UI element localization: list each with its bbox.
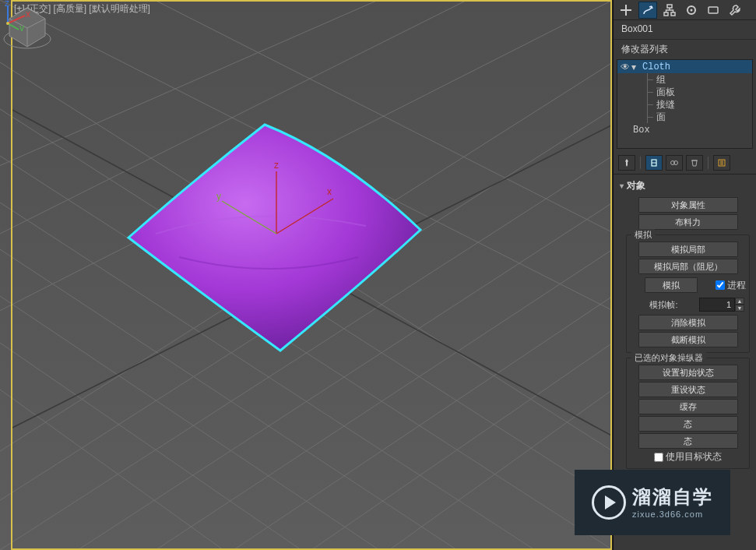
svg-point-39 [6, 22, 9, 25]
display-tab-icon[interactable] [704, 2, 723, 19]
make-unique-icon[interactable] [666, 155, 683, 171]
panel-tab-toolbar [614, 0, 756, 20]
watermark-en: zixue.3d66.com [632, 509, 713, 520]
simframe-label: 模拟帧: [631, 299, 696, 311]
modifier-row-cloth[interactable]: 👁 ▾ Cloth [617, 60, 752, 73]
motion-tab-icon[interactable] [682, 2, 701, 19]
state-a-button[interactable]: 态 [638, 416, 738, 432]
axis-gizmo: z x y [0, 0, 31, 31]
collapse-icon[interactable]: ▾ [631, 62, 641, 72]
use-target-checkbox-input[interactable] [654, 453, 663, 462]
use-target-checkbox[interactable]: 使用目标状态 [654, 450, 722, 464]
svg-rect-45 [709, 7, 718, 13]
spinner-up-icon[interactable]: ▲ [735, 298, 744, 305]
group-simulate-title: 模拟 [631, 229, 655, 241]
svg-rect-42 [671, 12, 675, 16]
svg-text:x: x [327, 186, 332, 197]
remove-modifier-icon[interactable] [686, 155, 703, 171]
svg-point-44 [691, 9, 693, 11]
watermark: 溜溜自学 zixue.3d66.com [575, 470, 730, 535]
modifier-list-dropdown[interactable]: 修改器列表 [614, 40, 756, 58]
vp-label-quality[interactable]: [高质量] [53, 3, 86, 14]
simulate-button[interactable]: 模拟 [645, 277, 698, 293]
create-tab-icon[interactable] [617, 2, 635, 19]
rollout-object-header[interactable]: ▾ 对象 [617, 178, 753, 194]
viewport[interactable]: z x y [+] [正交] [高质量] [默认明暗处理] z x y [0, 0, 613, 550]
rollout-object: ▾ 对象 对象属性 布料力 模拟 模拟局部 模拟局部（阻尼） 模拟 进程 模拟帧… [617, 178, 753, 471]
modifier-sub-panel[interactable]: 面板 [617, 86, 752, 98]
reset-state-button[interactable]: 重设状态 [638, 382, 738, 397]
use-target-checkbox-label: 使用目标状态 [666, 450, 722, 464]
modifier-row-box[interactable]: Box [617, 123, 752, 137]
modify-tab-icon[interactable] [638, 2, 657, 19]
modifier-sub-group[interactable]: 组 [617, 73, 752, 86]
group-manipulator: 已选的对象操纵器 设置初始状态 重设状态 缓存 态 态 使用目标状态 [626, 358, 750, 469]
svg-text:z: z [5, 0, 9, 9]
rollout-object-title: 对象 [627, 179, 645, 192]
modifier-stack[interactable]: 👁 ▾ Cloth 组 面板 接缝 面 Box [617, 59, 753, 149]
sim-local-damped-button[interactable]: 模拟局部（阻尼） [638, 259, 738, 274]
group-manipulator-title: 已选的对象操纵器 [631, 352, 706, 364]
set-initial-state-button[interactable]: 设置初始状态 [638, 365, 738, 380]
vp-label-shading[interactable]: [默认明暗处理] [89, 3, 150, 14]
modifier-sub-seam[interactable]: 接缝 [617, 98, 752, 111]
modifier-label: Cloth [641, 62, 749, 72]
svg-line-35 [8, 23, 19, 30]
modifier-sub-face[interactable]: 面 [617, 111, 752, 123]
progress-checkbox[interactable]: 进程 [716, 279, 746, 292]
configure-sets-icon[interactable] [713, 155, 730, 171]
command-panel: Box001 修改器列表 👁 ▾ Cloth 组 面板 接缝 面 Box ▾ 对… [613, 0, 756, 550]
progress-checkbox-input[interactable] [716, 280, 725, 290]
play-icon [592, 485, 626, 520]
sim-local-button[interactable]: 模拟局部 [638, 242, 738, 257]
progress-checkbox-label: 进程 [727, 279, 746, 292]
svg-text:y: y [216, 191, 221, 202]
object-name-field[interactable]: Box001 [614, 20, 756, 40]
erase-sim-button[interactable]: 消除模拟 [638, 315, 738, 330]
chevron-down-icon: ▾ [620, 182, 624, 190]
spinner-down-icon[interactable]: ▼ [735, 305, 744, 312]
group-simulate: 模拟 模拟局部 模拟局部（阻尼） 模拟 进程 模拟帧: ▲ [626, 234, 750, 353]
state-b-button[interactable]: 态 [638, 433, 738, 449]
svg-text:x: x [26, 9, 30, 19]
svg-text:z: z [274, 160, 279, 171]
cache-button[interactable]: 缓存 [638, 399, 738, 414]
svg-text:y: y [19, 23, 24, 31]
scene-svg: z x y [0, 0, 613, 550]
svg-rect-41 [664, 12, 668, 16]
cloth-force-button[interactable]: 布料力 [638, 214, 738, 230]
pin-stack-icon[interactable] [618, 155, 635, 171]
svg-rect-40 [667, 5, 672, 8]
modifier-stack-toolbar [614, 152, 756, 175]
utilities-tab-icon[interactable] [726, 2, 744, 19]
hierarchy-tab-icon[interactable] [660, 2, 679, 19]
watermark-cn: 溜溜自学 [632, 485, 713, 509]
eye-icon[interactable]: 👁 [621, 62, 631, 72]
show-end-result-icon[interactable] [645, 155, 663, 171]
simframe-input[interactable] [699, 298, 735, 312]
object-properties-button[interactable]: 对象属性 [638, 197, 738, 213]
truncate-sim-button[interactable]: 截断模拟 [638, 332, 738, 347]
